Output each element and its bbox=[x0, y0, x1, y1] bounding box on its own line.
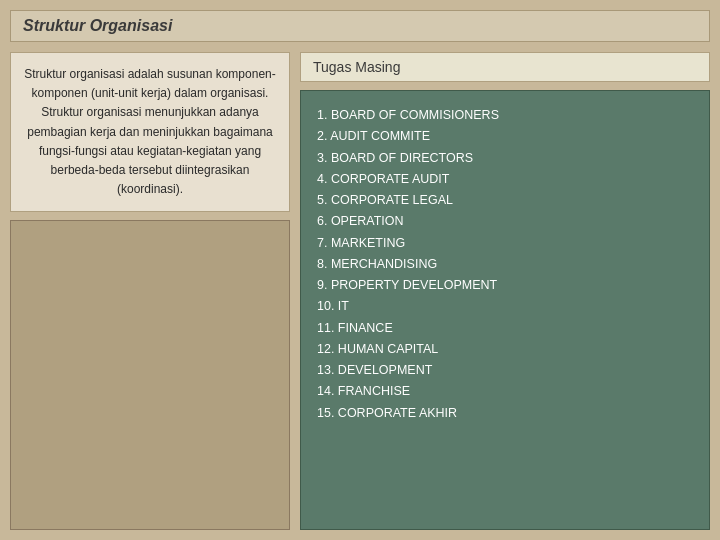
list-item: 4. CORPORATE AUDIT bbox=[317, 169, 693, 190]
list-item: 2. AUDIT COMMITE bbox=[317, 126, 693, 147]
list-item: 3. BOARD OF DIRECTORS bbox=[317, 148, 693, 169]
list-item: 11. FINANCE bbox=[317, 318, 693, 339]
list-item: 1. BOARD OF COMMISIONERS bbox=[317, 105, 693, 126]
right-panel: Tugas Masing 1. BOARD OF COMMISIONERS2. … bbox=[300, 52, 710, 530]
main-container: Struktur Organisasi Struktur organisasi … bbox=[0, 0, 720, 540]
list-item: 14. FRANCHISE bbox=[317, 381, 693, 402]
list-box: 1. BOARD OF COMMISIONERS2. AUDIT COMMITE… bbox=[300, 90, 710, 530]
description-box: Struktur organisasi adalah susunan kompo… bbox=[10, 52, 290, 212]
list-item: 5. CORPORATE LEGAL bbox=[317, 190, 693, 211]
list-item: 8. MERCHANDISING bbox=[317, 254, 693, 275]
image-placeholder bbox=[10, 220, 290, 530]
tugas-header: Tugas Masing bbox=[300, 52, 710, 82]
title-bar: Struktur Organisasi bbox=[10, 10, 710, 42]
list-item: 15. CORPORATE AKHIR bbox=[317, 403, 693, 424]
description-text: Struktur organisasi adalah susunan kompo… bbox=[23, 65, 277, 199]
left-panel: Struktur organisasi adalah susunan kompo… bbox=[10, 52, 290, 530]
page-title: Struktur Organisasi bbox=[23, 17, 172, 35]
tugas-label: Tugas Masing bbox=[313, 59, 400, 75]
content-area: Struktur organisasi adalah susunan kompo… bbox=[10, 52, 710, 530]
list-item: 9. PROPERTY DEVELOPMENT bbox=[317, 275, 693, 296]
list-item: 7. MARKETING bbox=[317, 233, 693, 254]
list-item: 13. DEVELOPMENT bbox=[317, 360, 693, 381]
list-item: 12. HUMAN CAPITAL bbox=[317, 339, 693, 360]
list-item: 10. IT bbox=[317, 296, 693, 317]
list-item: 6. OPERATION bbox=[317, 211, 693, 232]
list-container: 1. BOARD OF COMMISIONERS2. AUDIT COMMITE… bbox=[317, 105, 693, 424]
